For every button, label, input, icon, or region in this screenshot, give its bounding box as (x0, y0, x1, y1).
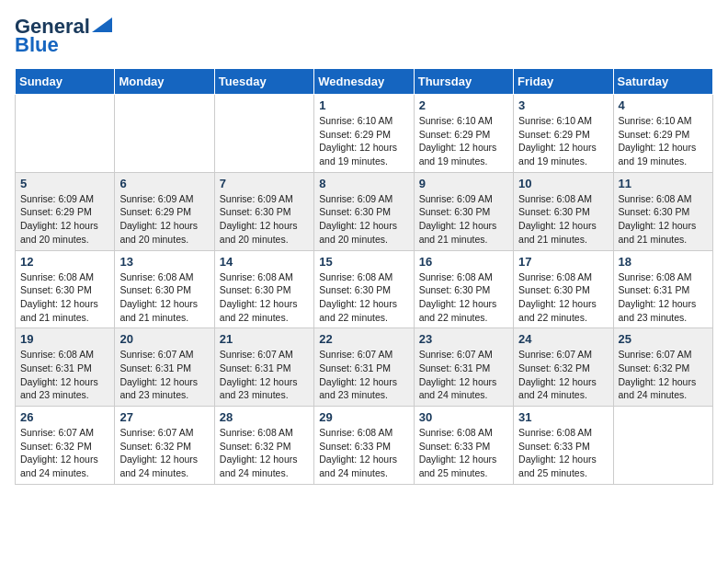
day-info: Sunrise: 6:08 AMSunset: 6:33 PMDaylight:… (419, 426, 508, 480)
calendar-cell: 15Sunrise: 6:08 AMSunset: 6:30 PMDayligh… (314, 250, 414, 328)
calendar-cell: 23Sunrise: 6:07 AMSunset: 6:31 PMDayligh… (414, 328, 513, 407)
calendar-cell: 27Sunrise: 6:07 AMSunset: 6:32 PMDayligh… (115, 407, 214, 485)
calendar-cell: 24Sunrise: 6:07 AMSunset: 6:32 PMDayligh… (514, 328, 613, 407)
day-number: 2 (419, 98, 508, 112)
day-info: Sunrise: 6:08 AMSunset: 6:31 PMDaylight:… (619, 270, 708, 325)
day-info: Sunrise: 6:08 AMSunset: 6:30 PMDaylight:… (319, 270, 408, 325)
calendar-cell: 1Sunrise: 6:10 AMSunset: 6:29 PMDaylight… (314, 95, 414, 173)
calendar-cell (115, 95, 214, 173)
day-number: 21 (220, 332, 309, 346)
day-number: 17 (518, 255, 608, 269)
day-number: 19 (20, 332, 109, 346)
day-number: 30 (419, 410, 508, 424)
day-number: 22 (319, 332, 408, 346)
calendar-cell: 14Sunrise: 6:08 AMSunset: 6:30 PMDayligh… (214, 250, 313, 328)
day-info: Sunrise: 6:08 AMSunset: 6:30 PMDaylight:… (518, 270, 608, 325)
day-info: Sunrise: 6:07 AMSunset: 6:32 PMDaylight:… (20, 426, 109, 480)
calendar-cell: 21Sunrise: 6:07 AMSunset: 6:31 PMDayligh… (214, 328, 313, 407)
calendar-cell: 22Sunrise: 6:07 AMSunset: 6:31 PMDayligh… (314, 328, 414, 407)
weekday-monday: Monday (115, 69, 214, 95)
day-info: Sunrise: 6:10 AMSunset: 6:29 PMDaylight:… (619, 114, 708, 168)
day-info: Sunrise: 6:08 AMSunset: 6:30 PMDaylight:… (619, 192, 708, 247)
day-number: 24 (518, 332, 608, 346)
weekday-friday: Friday (514, 69, 613, 95)
day-info: Sunrise: 6:07 AMSunset: 6:32 PMDaylight:… (619, 348, 708, 402)
calendar-cell (613, 407, 712, 485)
calendar-week-2: 5Sunrise: 6:09 AMSunset: 6:29 PMDaylight… (16, 172, 713, 250)
logo: General Blue (15, 15, 112, 57)
day-number: 14 (220, 255, 309, 269)
day-info: Sunrise: 6:10 AMSunset: 6:29 PMDaylight:… (518, 114, 608, 168)
day-info: Sunrise: 6:07 AMSunset: 6:32 PMDaylight:… (119, 426, 209, 480)
day-info: Sunrise: 6:09 AMSunset: 6:30 PMDaylight:… (419, 192, 508, 247)
day-info: Sunrise: 6:08 AMSunset: 6:31 PMDaylight:… (20, 348, 109, 402)
calendar-cell: 8Sunrise: 6:09 AMSunset: 6:30 PMDaylight… (314, 172, 414, 250)
day-number: 18 (619, 255, 708, 269)
calendar-cell (214, 95, 313, 173)
svg-marker-0 (92, 17, 112, 32)
calendar-cell: 12Sunrise: 6:08 AMSunset: 6:30 PMDayligh… (16, 250, 115, 328)
day-number: 23 (419, 332, 508, 346)
day-number: 11 (619, 177, 708, 190)
day-info: Sunrise: 6:07 AMSunset: 6:31 PMDaylight:… (419, 348, 508, 402)
calendar-week-1: 1Sunrise: 6:10 AMSunset: 6:29 PMDaylight… (16, 95, 713, 173)
day-number: 13 (119, 255, 209, 269)
calendar-cell: 3Sunrise: 6:10 AMSunset: 6:29 PMDaylight… (514, 95, 613, 173)
day-info: Sunrise: 6:08 AMSunset: 6:33 PMDaylight:… (319, 426, 408, 480)
weekday-sunday: Sunday (16, 69, 115, 95)
calendar-cell: 13Sunrise: 6:08 AMSunset: 6:30 PMDayligh… (115, 250, 214, 328)
calendar-cell: 19Sunrise: 6:08 AMSunset: 6:31 PMDayligh… (16, 328, 115, 407)
calendar-cell: 30Sunrise: 6:08 AMSunset: 6:33 PMDayligh… (414, 407, 513, 485)
day-number: 25 (619, 332, 708, 346)
calendar-cell: 26Sunrise: 6:07 AMSunset: 6:32 PMDayligh… (16, 407, 115, 485)
day-info: Sunrise: 6:08 AMSunset: 6:32 PMDaylight:… (220, 426, 309, 480)
weekday-saturday: Saturday (613, 69, 712, 95)
day-info: Sunrise: 6:09 AMSunset: 6:30 PMDaylight:… (319, 192, 408, 247)
day-info: Sunrise: 6:07 AMSunset: 6:31 PMDaylight:… (119, 348, 209, 402)
day-number: 15 (319, 255, 408, 269)
calendar-cell: 29Sunrise: 6:08 AMSunset: 6:33 PMDayligh… (314, 407, 414, 485)
weekday-header-row: SundayMondayTuesdayWednesdayThursdayFrid… (16, 69, 713, 95)
day-number: 6 (119, 177, 209, 190)
calendar-cell: 28Sunrise: 6:08 AMSunset: 6:32 PMDayligh… (214, 407, 313, 485)
day-info: Sunrise: 6:09 AMSunset: 6:29 PMDaylight:… (20, 192, 109, 247)
day-info: Sunrise: 6:07 AMSunset: 6:32 PMDaylight:… (518, 348, 608, 402)
calendar-cell: 16Sunrise: 6:08 AMSunset: 6:30 PMDayligh… (414, 250, 513, 328)
day-info: Sunrise: 6:08 AMSunset: 6:30 PMDaylight:… (20, 270, 109, 325)
day-info: Sunrise: 6:09 AMSunset: 6:29 PMDaylight:… (119, 192, 209, 247)
day-info: Sunrise: 6:09 AMSunset: 6:30 PMDaylight:… (220, 192, 309, 247)
day-number: 1 (319, 98, 408, 112)
calendar-cell: 2Sunrise: 6:10 AMSunset: 6:29 PMDaylight… (414, 95, 513, 173)
calendar-cell: 17Sunrise: 6:08 AMSunset: 6:30 PMDayligh… (514, 250, 613, 328)
day-number: 28 (220, 410, 309, 424)
day-info: Sunrise: 6:07 AMSunset: 6:31 PMDaylight:… (319, 348, 408, 402)
day-info: Sunrise: 6:08 AMSunset: 6:33 PMDaylight:… (518, 426, 608, 480)
logo-icon (92, 17, 112, 32)
day-number: 20 (119, 332, 209, 346)
day-info: Sunrise: 6:08 AMSunset: 6:30 PMDaylight:… (419, 270, 508, 325)
day-number: 10 (518, 177, 608, 190)
calendar-cell: 31Sunrise: 6:08 AMSunset: 6:33 PMDayligh… (514, 407, 613, 485)
calendar-week-4: 19Sunrise: 6:08 AMSunset: 6:31 PMDayligh… (16, 328, 713, 407)
calendar-cell (16, 95, 115, 173)
calendar-week-3: 12Sunrise: 6:08 AMSunset: 6:30 PMDayligh… (16, 250, 713, 328)
day-number: 31 (518, 410, 608, 424)
weekday-wednesday: Wednesday (314, 69, 414, 95)
calendar-cell: 9Sunrise: 6:09 AMSunset: 6:30 PMDaylight… (414, 172, 513, 250)
calendar-table: SundayMondayTuesdayWednesdayThursdayFrid… (15, 68, 713, 485)
day-number: 12 (20, 255, 109, 269)
day-number: 7 (220, 177, 309, 190)
day-number: 5 (20, 177, 109, 190)
day-number: 29 (319, 410, 408, 424)
day-info: Sunrise: 6:10 AMSunset: 6:29 PMDaylight:… (419, 114, 508, 168)
day-info: Sunrise: 6:07 AMSunset: 6:31 PMDaylight:… (220, 348, 309, 402)
day-number: 3 (518, 98, 608, 112)
day-info: Sunrise: 6:08 AMSunset: 6:30 PMDaylight:… (119, 270, 209, 325)
day-info: Sunrise: 6:10 AMSunset: 6:29 PMDaylight:… (319, 114, 408, 168)
weekday-thursday: Thursday (414, 69, 513, 95)
calendar-cell: 18Sunrise: 6:08 AMSunset: 6:31 PMDayligh… (613, 250, 712, 328)
day-number: 26 (20, 410, 109, 424)
calendar-cell: 5Sunrise: 6:09 AMSunset: 6:29 PMDaylight… (16, 172, 115, 250)
calendar-cell: 7Sunrise: 6:09 AMSunset: 6:30 PMDaylight… (214, 172, 313, 250)
logo-blue: Blue (15, 33, 59, 57)
